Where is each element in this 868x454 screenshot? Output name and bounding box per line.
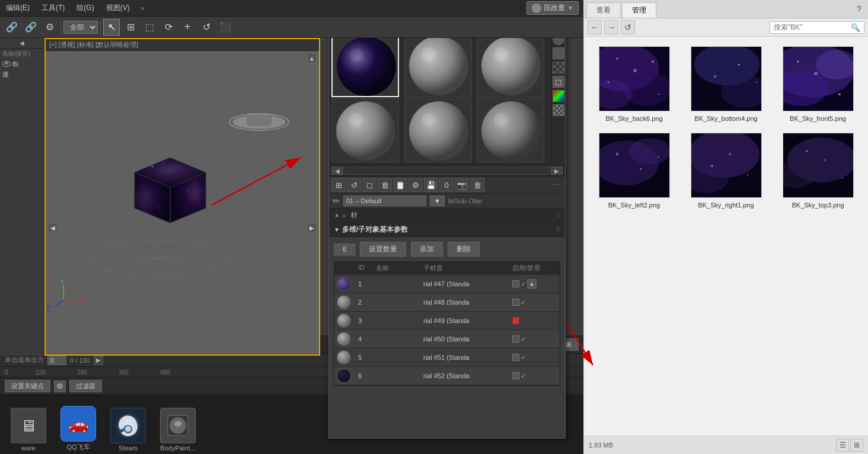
- table-row[interactable]: 6 rial #52 (Standa ✓: [334, 367, 560, 385]
- tl-setkey-btn[interactable]: 设置关键点: [5, 380, 50, 392]
- me-tb2-btn8[interactable]: 🗑: [470, 178, 484, 192]
- svg-text:Z: Z: [47, 305, 50, 312]
- me-tb2-btn3[interactable]: 🗑: [378, 178, 392, 192]
- svg-point-13: [181, 169, 183, 170]
- viewport-panel: [+] [透视] [标准] [默认明暗处理]: [44, 38, 320, 356]
- me-scroll-right[interactable]: ▶: [551, 167, 563, 175]
- tl-frame-expand[interactable]: ▶: [94, 356, 103, 365]
- row2-checkbox[interactable]: [512, 299, 519, 306]
- panel-eye-item[interactable]: Bi: [0, 59, 44, 69]
- me-preview-cell-1[interactable]: [404, 33, 472, 97]
- me-preview-cell-4[interactable]: [404, 98, 472, 162]
- taskbar-app-bodypaint[interactable]: BodyPaint...: [154, 408, 202, 452]
- table-row[interactable]: 5 rial #51 (Standa ✓: [334, 349, 560, 367]
- rp-refresh-btn[interactable]: ↺: [621, 20, 635, 34]
- me-tool-checker[interactable]: [553, 62, 564, 73]
- tl-key-icon[interactable]: ⚙: [54, 381, 66, 392]
- menu-view[interactable]: 视图(V): [100, 1, 136, 15]
- table-row[interactable]: 1 rial #47 (Standa ✓ ▲: [334, 275, 560, 293]
- me-tb2-btn1[interactable]: ↺: [347, 178, 361, 192]
- toolbar-btn-link1[interactable]: 🔗: [4, 19, 20, 36]
- me-tool-cube[interactable]: [553, 47, 564, 59]
- me-scroll-track[interactable]: [344, 167, 550, 175]
- taskbar-app-qqcar[interactable]: 🚗 QQ飞车: [55, 406, 102, 452]
- rp-help-btn[interactable]: ?: [853, 2, 866, 15]
- me-preview-cell-2[interactable]: [477, 33, 544, 97]
- me-preview-cell-5[interactable]: [477, 98, 544, 162]
- rp-search-input[interactable]: [774, 23, 848, 31]
- row1-checkbox[interactable]: [512, 280, 519, 287]
- tl-value-input[interactable]: [47, 356, 66, 365]
- panel-item-mi[interactable]: 迷: [0, 69, 44, 80]
- menu-group[interactable]: 组(G): [71, 1, 100, 15]
- me-tb2-more[interactable]: ⋯: [548, 178, 563, 192]
- menu-edit[interactable]: 编辑(E): [0, 1, 36, 15]
- me-tb2-count[interactable]: 0: [439, 178, 454, 192]
- me-tool-color[interactable]: [553, 90, 564, 102]
- me-name-dropdown[interactable]: ▼: [430, 196, 445, 206]
- table-row[interactable]: 4 rial #50 (Standa ✓: [334, 330, 560, 349]
- me-tb2-btn0[interactable]: ⊞: [331, 178, 346, 192]
- toolbar-btn-refresh[interactable]: ↺: [198, 19, 215, 36]
- me-section1-header[interactable]: ▼ × 材 ⠿: [329, 209, 565, 223]
- me-tb2-btn2[interactable]: ◻: [362, 178, 376, 192]
- viewport-nav-right[interactable]: ▶: [307, 223, 317, 232]
- toolbar-btn-move1[interactable]: ⊞: [122, 19, 139, 36]
- me-delete-btn[interactable]: 删除: [448, 242, 480, 257]
- menu-tools[interactable]: 工具(T): [36, 1, 71, 15]
- me-tb2-btn6[interactable]: 💾: [424, 178, 438, 192]
- rp-file-item[interactable]: BK_Sky_front5.png: [777, 46, 859, 122]
- toolbar-btn-rotate[interactable]: ⟳: [160, 19, 177, 36]
- row3-checkbox[interactable]: [512, 317, 519, 324]
- toolbar-btn-grid[interactable]: ⬛: [217, 19, 234, 36]
- me-main-section-header[interactable]: ▼ 多维/子对象基本参数 ⠿: [329, 223, 565, 237]
- row6-checkbox[interactable]: [512, 372, 519, 379]
- rp-grid-view-btn[interactable]: ⊞: [850, 439, 863, 452]
- me-preview-cell-0[interactable]: [331, 33, 399, 97]
- tl-filter-btn[interactable]: 过滤器: [69, 380, 102, 392]
- rp-search-icon[interactable]: 🔍: [851, 23, 860, 32]
- rp-back-btn[interactable]: ←: [588, 20, 602, 34]
- me-preview-cell-3[interactable]: [331, 98, 399, 162]
- me-name-input[interactable]: [343, 196, 426, 206]
- rp-file-item[interactable]: BK_Sky_back6.png: [593, 46, 675, 122]
- user-dropdown[interactable]: 国政董 ▼: [526, 1, 579, 15]
- me-main-section-grip: ⠿: [556, 226, 560, 234]
- toolbar-btn-select[interactable]: ↖: [103, 19, 120, 36]
- toolbar-btn-move2[interactable]: ⬚: [141, 19, 158, 36]
- toolbar-select-all[interactable]: 全部: [63, 21, 98, 34]
- rp-file-item[interactable]: BK_Sky_right1.png: [685, 133, 767, 209]
- me-set-count-btn[interactable]: 设置数量: [360, 242, 406, 257]
- toolbar-btn-link2[interactable]: 🔗: [23, 19, 39, 36]
- toolbar-btn-plus[interactable]: +: [179, 19, 196, 36]
- table-row[interactable]: 3 rial #49 (Standa: [334, 312, 560, 330]
- rp-tab-manage[interactable]: 管理: [622, 2, 656, 18]
- me-tool-light[interactable]: ◻: [553, 76, 564, 88]
- me-tool-checker2[interactable]: [553, 104, 564, 116]
- rp-file-name-0: BK_Sky_back6.png: [605, 115, 662, 122]
- rp-list-view-btn[interactable]: ☰: [836, 439, 849, 452]
- me-preview-grid: [329, 31, 551, 165]
- row1-up-btn[interactable]: ▲: [527, 279, 537, 289]
- taskbar-app-software[interactable]: 🖥 ware: [5, 408, 52, 452]
- viewport-nav-left[interactable]: ◀: [48, 223, 58, 232]
- row5-checkbox[interactable]: [512, 354, 519, 361]
- me-tb2-btn5[interactable]: ⚙: [409, 178, 423, 192]
- rp-file-item[interactable]: BK_Sky_top3.png: [777, 133, 859, 209]
- rp-file-item[interactable]: BK_Sky_bottom4.png: [685, 46, 767, 122]
- rp-tab-browse[interactable]: 查看: [586, 2, 621, 18]
- menu-expand[interactable]: »: [136, 2, 149, 15]
- toolbar-btn-settings[interactable]: ⚙: [42, 19, 58, 36]
- me-tb2-btn7[interactable]: 📷: [455, 178, 469, 192]
- panel-scroll-up[interactable]: ◀: [0, 38, 44, 49]
- rp-file-item[interactable]: BK_Sky_left2.png: [593, 133, 675, 209]
- table-row[interactable]: 2 rial #48 (Standa ✓: [334, 293, 560, 312]
- viewport-nav-scroll[interactable]: ▲: [307, 53, 317, 63]
- taskbar-app-steam[interactable]: Steam: [104, 408, 152, 452]
- me-add-btn[interactable]: 添加: [411, 242, 443, 257]
- me-scroll-left[interactable]: ◀: [331, 167, 343, 175]
- me-tb2-btn4[interactable]: 📋: [393, 178, 407, 192]
- rp-forward-btn[interactable]: →: [604, 20, 618, 34]
- me-num-input[interactable]: [334, 244, 355, 255]
- row4-checkbox[interactable]: [512, 335, 519, 343]
